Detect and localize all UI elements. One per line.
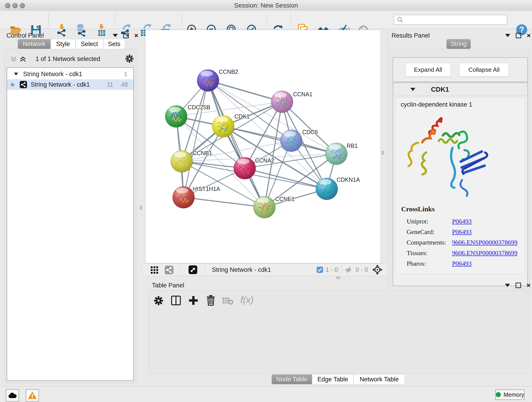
crosslink-value[interactable]: P06493 bbox=[452, 216, 472, 227]
toolbar-separator bbox=[182, 13, 182, 26]
network-canvas[interactable]: CCNB2CCNA1CDC25BCDK1CDC6RB1CCNB1CCNA2CDK… bbox=[145, 30, 381, 263]
separator bbox=[205, 265, 205, 274]
edge-count: 48 bbox=[121, 81, 128, 88]
gene-detail-box: cyclin-dependent kinase 1 bbox=[395, 97, 525, 274]
panel-divider-handle[interactable] bbox=[336, 277, 340, 279]
collapse-panel-icon[interactable] bbox=[505, 284, 510, 287]
node-cdc25b[interactable] bbox=[165, 105, 187, 128]
window-title: Session: New Session bbox=[0, 2, 532, 9]
tab-node-table[interactable]: Node Table bbox=[272, 374, 312, 384]
panel-divider-handle[interactable] bbox=[382, 151, 384, 155]
expand-collapse-box: Expand All Collapse All bbox=[393, 57, 528, 82]
hidden-counts: 0 - 0 bbox=[355, 266, 368, 274]
fit-selected-icon[interactable] bbox=[372, 265, 382, 275]
search-icon bbox=[397, 17, 403, 23]
crosslink-value[interactable]: 9606.ENSP00000378699 bbox=[452, 237, 517, 248]
separator bbox=[181, 265, 181, 274]
crosslink-row: Tissues:9606.ENSP00000378699 bbox=[407, 248, 521, 258]
crosslink-row: Uniprot:P06493 bbox=[407, 216, 521, 227]
float-panel-icon[interactable] bbox=[516, 33, 521, 38]
gene-expander-icon[interactable] bbox=[410, 88, 415, 91]
cloud-status-button[interactable] bbox=[6, 389, 19, 402]
string-results-box: Expand All Collapse All CDK1 cyclin-depe… bbox=[390, 49, 530, 293]
tab-sets[interactable]: Sets bbox=[103, 39, 125, 49]
node-cdkn1a[interactable] bbox=[316, 178, 338, 200]
network-collection-row[interactable]: String Network - cdk1 1 bbox=[7, 69, 133, 79]
memory-status-dot bbox=[496, 392, 501, 397]
svg-text:f(x): f(x) bbox=[240, 295, 254, 305]
collapse-panel-icon[interactable] bbox=[505, 34, 510, 37]
float-panel-icon[interactable] bbox=[123, 33, 129, 38]
float-panel-icon[interactable] bbox=[515, 283, 521, 288]
panel-divider-handle[interactable] bbox=[140, 206, 142, 210]
cloud-icon bbox=[8, 392, 17, 399]
crosslink-value[interactable]: P06493 bbox=[452, 227, 472, 237]
network-small-icon bbox=[165, 266, 173, 274]
crosslink-value[interactable]: P06493 bbox=[452, 258, 472, 269]
crosslink-row: GeneCard:P06493 bbox=[407, 227, 521, 237]
node-ccnb1[interactable] bbox=[171, 150, 193, 172]
node-ccna1[interactable] bbox=[271, 91, 293, 113]
results-panel-title: Results Panel bbox=[392, 32, 430, 39]
node-label-cdk1: CDK1 bbox=[234, 113, 250, 120]
close-panel-icon[interactable]: × bbox=[527, 33, 531, 38]
node-ccne1[interactable] bbox=[253, 196, 275, 218]
birds-eye-view-icon[interactable] bbox=[151, 266, 158, 274]
collapse-all-icon[interactable] bbox=[10, 56, 18, 62]
plus-icon[interactable] bbox=[188, 295, 199, 306]
node-hist1h1a[interactable] bbox=[172, 186, 195, 208]
crosslink-row: Compartments:9606.ENSP00000378699 bbox=[407, 237, 521, 248]
close-panel-icon[interactable]: × bbox=[134, 33, 138, 38]
node-rb1[interactable] bbox=[325, 143, 347, 165]
node-label-cdc6: CDC6 bbox=[302, 129, 318, 135]
node-ccnb2[interactable] bbox=[197, 70, 219, 91]
close-panel-icon[interactable]: × bbox=[526, 283, 531, 287]
warning-status-button[interactable] bbox=[26, 389, 39, 402]
gene-header[interactable]: CDK1 bbox=[393, 83, 527, 96]
memory-button[interactable]: Memory bbox=[495, 389, 525, 400]
search-input[interactable] bbox=[394, 15, 507, 25]
columns-icon[interactable] bbox=[171, 295, 181, 306]
tab-network[interactable]: Network bbox=[18, 39, 51, 49]
edge-ccnb2-ccna1[interactable] bbox=[208, 80, 282, 102]
edge-ccna2-cdkn1a[interactable] bbox=[245, 168, 327, 189]
title-bar: Session: New Session bbox=[0, 0, 532, 11]
tree-expander-icon[interactable] bbox=[14, 73, 18, 75]
network-view-title: String Network - cdk1 bbox=[212, 266, 271, 274]
node-ccna2[interactable] bbox=[234, 157, 256, 179]
hidden-eye-icon[interactable] bbox=[345, 266, 353, 273]
node-cdk1[interactable] bbox=[212, 115, 234, 137]
memory-label: Memory bbox=[504, 391, 524, 398]
selected-checkbox-icon[interactable] bbox=[317, 267, 323, 273]
network-icon bbox=[20, 81, 27, 88]
trash-icon[interactable] bbox=[206, 295, 216, 306]
network-list: String Network - cdk1 1 String Network -… bbox=[7, 67, 134, 381]
network-row-selected[interactable]: String Network - cdk1 11 48 bbox=[7, 79, 133, 90]
edge-cdk1-rb1[interactable] bbox=[223, 126, 336, 154]
toolbar-separator bbox=[291, 13, 291, 26]
gear-icon[interactable] bbox=[153, 296, 164, 306]
open-in-window-icon[interactable] bbox=[189, 265, 197, 274]
current-network-dot bbox=[11, 83, 14, 86]
function-icon: f(x) bbox=[239, 294, 260, 306]
edge-ccnb2-hist1h1a[interactable] bbox=[184, 80, 208, 197]
collapse-panel-icon[interactable] bbox=[113, 34, 118, 37]
tab-network-table[interactable]: Network Table bbox=[354, 374, 405, 384]
tab-select[interactable]: Select bbox=[75, 39, 103, 49]
tab-style[interactable]: Style bbox=[51, 39, 75, 49]
edge-hist1h1a-ccne1[interactable] bbox=[184, 197, 264, 207]
gear-icon[interactable] bbox=[125, 54, 134, 63]
expand-all-button[interactable]: Expand All bbox=[405, 63, 451, 77]
table-panel: Table Panel × f(x) shared name name cano… bbox=[143, 279, 532, 386]
tab-edge-table[interactable]: Edge Table bbox=[312, 374, 354, 384]
node-count: 11 bbox=[107, 81, 113, 88]
expand-all-icon[interactable] bbox=[19, 56, 27, 62]
collapse-all-button[interactable]: Collapse All bbox=[459, 63, 509, 77]
node-label-rb1: RB1 bbox=[347, 143, 358, 149]
node-label-ccne1: CCNE1 bbox=[275, 196, 295, 202]
node-cdc6[interactable] bbox=[280, 130, 302, 152]
gene-section: CDK1 cyclin-dependent kinase 1 bbox=[393, 83, 528, 286]
tab-string[interactable]: String bbox=[446, 39, 471, 49]
crosslink-value[interactable]: 9606.ENSP00000378699 bbox=[452, 248, 517, 258]
main-toolbar: ? bbox=[0, 11, 532, 29]
